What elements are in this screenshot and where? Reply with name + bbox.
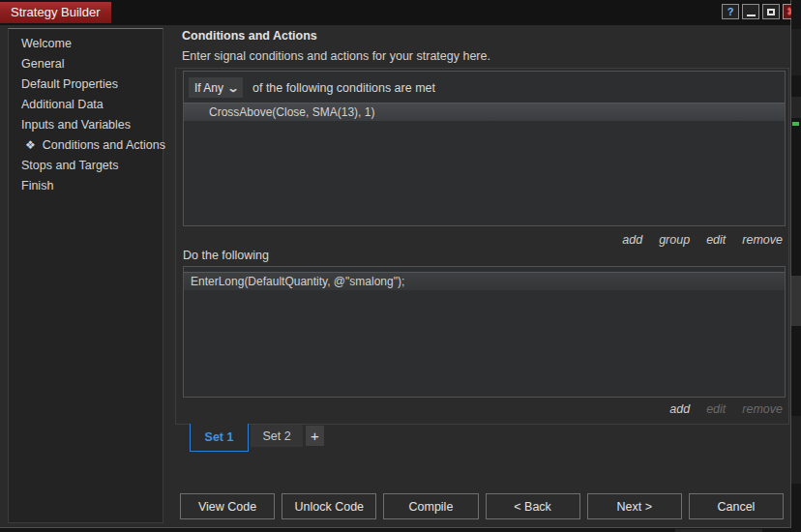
window-controls: ? ✖	[722, 4, 800, 19]
sidebar-item-general[interactable]: General	[9, 54, 163, 74]
action-links: add edit remove	[669, 402, 783, 416]
sidebar-item-default-properties[interactable]: Default Properties	[9, 74, 163, 95]
compile-button[interactable]: Compile	[383, 493, 478, 519]
background-app-right-sliver	[791, 0, 801, 532]
background-block	[791, 29, 801, 75]
action-edit-link: edit	[706, 402, 726, 416]
help-button[interactable]: ?	[722, 4, 739, 19]
wizard-steps-list: Welcome General Default Properties Addit…	[8, 28, 163, 523]
action-add-link[interactable]: add	[669, 402, 690, 416]
strategy-builder-window: Strategy Builder ? ✖ Welcome General Def…	[0, 0, 791, 528]
sidebar-item-additional-data[interactable]: Additional Data	[9, 95, 163, 115]
minimize-icon	[747, 15, 756, 16]
condition-operator-value: If Any	[194, 81, 223, 95]
add-set-tab-button[interactable]: +	[306, 426, 324, 446]
window-title: Strategy Builder	[0, 2, 111, 23]
view-code-button[interactable]: View Code	[180, 493, 275, 519]
set-tab-page: If Any ⌄ of the following conditions are…	[175, 68, 789, 425]
sidebar-item-finish[interactable]: Finish	[9, 176, 163, 196]
condition-list-item[interactable]: CrossAbove(Close, SMA(13), 1)	[184, 103, 785, 121]
page-subtitle: Enter signal conditions and actions for …	[182, 49, 490, 63]
back-button[interactable]: < Back	[486, 493, 580, 519]
condition-links: add group edit remove	[622, 233, 783, 247]
condition-add-link[interactable]: add	[622, 233, 642, 247]
conditions-suffix-label: of the following conditions are met	[252, 81, 435, 95]
next-button[interactable]: Next >	[587, 493, 682, 519]
condition-group-link[interactable]: group	[659, 233, 690, 247]
actions-group: EnterLong(DefaultQuantity, @"smalong");	[183, 266, 786, 398]
sidebar-item-label: Conditions and Actions	[43, 138, 165, 152]
maximize-button[interactable]	[762, 4, 780, 19]
dialog-buttons: View Code Unlock Code Compile < Back Nex…	[180, 493, 784, 519]
tab-set-1[interactable]: Set 1	[190, 424, 249, 452]
condition-operator-dropdown[interactable]: If Any ⌄	[189, 77, 243, 98]
actions-label: Do the following	[183, 249, 269, 262]
condition-remove-link[interactable]: remove	[742, 233, 783, 247]
condition-edit-link[interactable]: edit	[706, 233, 726, 247]
maximize-icon	[767, 9, 775, 15]
sidebar-item-stops-and-targets[interactable]: Stops and Targets	[9, 156, 163, 176]
background-block	[791, 276, 801, 326]
tab-set-2[interactable]: Set 2	[251, 425, 303, 447]
background-block	[791, 97, 801, 118]
action-list-item[interactable]: EnterLong(DefaultQuantity, @"smalong");	[184, 272, 785, 290]
conditions-group: If Any ⌄ of the following conditions are…	[183, 71, 786, 226]
background-green-tick	[792, 122, 799, 126]
unlock-code-button[interactable]: Unlock Code	[282, 493, 376, 519]
background-block	[791, 416, 801, 484]
sidebar-item-inputs-and-variables[interactable]: Inputs and Variables	[9, 115, 163, 135]
sidebar-item-conditions-and-actions[interactable]: ❖Conditions and Actions	[9, 135, 163, 156]
help-icon: ?	[727, 7, 734, 17]
conditions-header: If Any ⌄ of the following conditions are…	[184, 72, 785, 98]
minimize-button[interactable]	[742, 4, 759, 19]
cancel-button[interactable]: Cancel	[689, 493, 784, 519]
titlebar: Strategy Builder ? ✖	[0, 0, 790, 25]
action-remove-link: remove	[742, 402, 783, 416]
page-title: Conditions and Actions	[182, 29, 317, 43]
sidebar-item-welcome[interactable]: Welcome	[9, 34, 163, 54]
chevron-down-icon: ⌄	[226, 83, 239, 93]
current-step-icon: ❖	[25, 138, 36, 152]
